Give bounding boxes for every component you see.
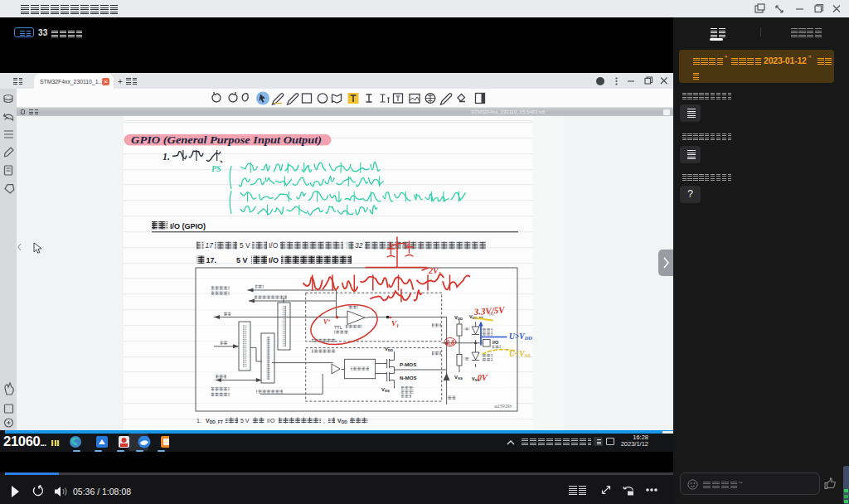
svg-text:VDD: VDD	[337, 418, 347, 424]
svg-text:I/O (GPIO): I/O (GPIO)	[170, 222, 206, 230]
svg-text:5 V: 5 V	[236, 256, 248, 264]
svg-text:5 V: 5 V	[240, 241, 250, 250]
svg-text:17.: 17.	[206, 256, 217, 264]
svg-text:1.: 1.	[196, 418, 201, 424]
svg-text:I/O: I/O	[492, 340, 499, 345]
svg-text:17: 17	[206, 241, 214, 250]
svg-text:U<VSS: U<VSS	[509, 350, 531, 359]
svg-text:1.: 1.	[163, 151, 170, 162]
svg-text:I/O: I/O	[269, 241, 279, 250]
svg-text:32: 32	[355, 241, 363, 250]
svg-text:ai15939b: ai15939b	[494, 404, 512, 409]
svg-text:0V: 0V	[478, 373, 488, 382]
svg-text:PS: PS	[211, 164, 221, 173]
svg-text:TTL: TTL	[334, 325, 342, 330]
svg-text:I/O: I/O	[269, 256, 279, 264]
svg-text:VDD_FT: VDD_FT	[206, 418, 223, 424]
svg-text:5 V: 5 V	[240, 418, 250, 424]
svg-text:,: ,	[323, 418, 325, 424]
svg-text:GPIO (General Purpose Input Ou: GPIO (General Purpose Input Output)	[131, 135, 322, 146]
svg-text:U>VDD: U>VDD	[509, 332, 532, 342]
svg-text:I/O: I/O	[267, 418, 275, 424]
svg-text:N-MOS: N-MOS	[400, 375, 417, 380]
svg-text:P-MOS: P-MOS	[400, 361, 416, 367]
